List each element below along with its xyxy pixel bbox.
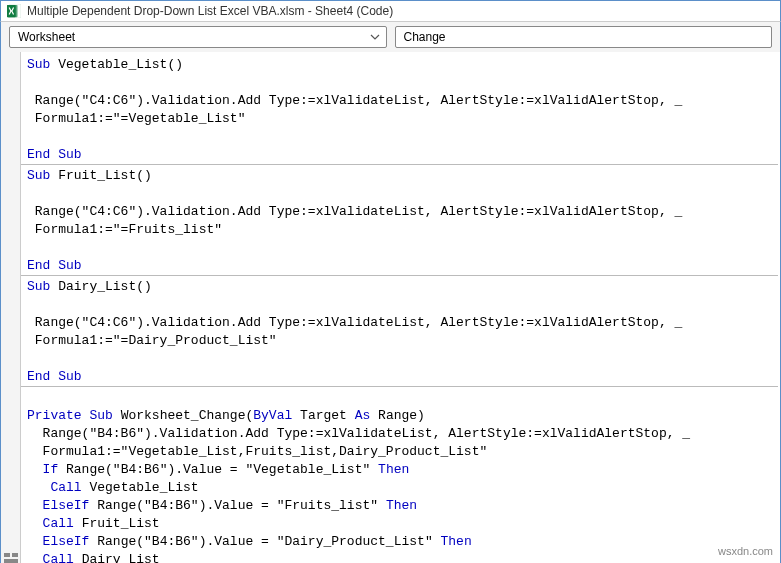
view-selector-icon[interactable]	[1, 550, 21, 563]
chevron-down-icon	[368, 30, 382, 44]
code-editor[interactable]: Sub Vegetable_List() Range("C4:C6").Vali…	[21, 52, 780, 563]
procedure-dropdown-value: Change	[404, 30, 446, 44]
svg-rect-5	[4, 559, 18, 563]
procedure-dropdown[interactable]: Change	[395, 26, 773, 48]
watermark: wsxdn.com	[718, 545, 773, 557]
object-dropdown-value: Worksheet	[18, 30, 75, 44]
code-text[interactable]: Sub Vegetable_List() Range("C4:C6").Vali…	[21, 52, 780, 563]
svg-rect-4	[12, 553, 18, 557]
svg-rect-3	[4, 553, 10, 557]
margin-indicator	[1, 52, 21, 563]
toolbar: Worksheet Change	[0, 22, 781, 52]
titlebar[interactable]: Multiple Dependent Drop-Down List Excel …	[0, 0, 781, 22]
object-dropdown[interactable]: Worksheet	[9, 26, 387, 48]
window-title: Multiple Dependent Drop-Down List Excel …	[27, 4, 393, 18]
excel-icon	[7, 4, 21, 18]
code-window: Sub Vegetable_List() Range("C4:C6").Vali…	[0, 52, 781, 563]
